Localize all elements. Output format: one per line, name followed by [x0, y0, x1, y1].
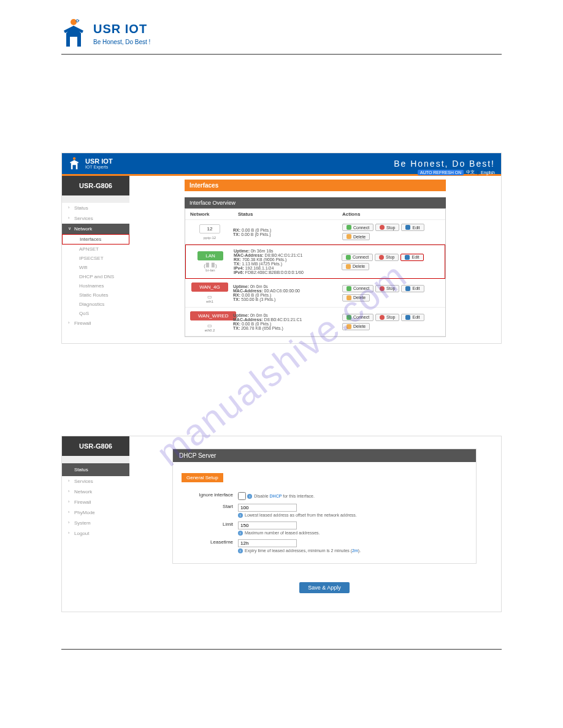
lang-zh-link[interactable]: 中文 — [466, 169, 475, 175]
sidebar-sub-ipsecset[interactable]: IPSECSET — [62, 254, 129, 263]
sidebar-sub-wifi[interactable]: Wifi — [62, 263, 129, 272]
dhcp-link[interactable]: DHCP — [270, 494, 282, 498]
overview-heading: Interface Overview — [185, 197, 446, 208]
stop-button[interactable]: Stop — [375, 285, 399, 292]
dhcp-title: DHCP Server — [173, 449, 476, 462]
stop-button[interactable]: Stop — [375, 224, 399, 231]
connect-button[interactable]: Connect — [342, 314, 373, 321]
app-tagline: Be Honest, Do Best! — [394, 159, 495, 169]
sidebar-item-status[interactable]: ›Status — [62, 203, 129, 213]
sidebar-sub-interfaces[interactable]: Interfaces — [62, 234, 129, 245]
header-controls: AUTO REFRESH ON 中文 | English — [418, 169, 495, 175]
interface-status: RX: 0.00 B (0 Pkts.)TX: 0.00 B (0 Pkts.) — [229, 228, 342, 237]
sidebar: USR-G806 ›Status ›Services ∨Network Inte… — [62, 176, 129, 343]
stop-button[interactable]: Stop — [375, 254, 399, 261]
sidebar-item-system[interactable]: ›System — [62, 518, 129, 528]
main-content: DHCP Server General Setup Ignore interfa… — [129, 436, 501, 612]
interface-status: Uptime: 0h 0m 0sMAC-Address: 00:A0:C6:00… — [229, 284, 342, 301]
stop-button[interactable]: Stop — [375, 314, 399, 321]
interface-row-wan_wired: WAN_WIRED▭eth0.2Uptime: 0h 0m 0sMAC-Addr… — [185, 308, 445, 336]
leasetime-input[interactable] — [238, 539, 297, 547]
edit-button[interactable]: Edit — [401, 224, 424, 231]
interface-row-lan: LAN(≣ ≣)br-lanUptime: 0h 36m 18sMAC-Addr… — [185, 245, 445, 279]
sidebar-item-status[interactable]: Status — [62, 463, 129, 476]
interface-status: Uptime: 0h 0m 0sMAC-Address: D8:B0:4C:D1… — [229, 313, 342, 330]
label-limit: Limit — [182, 521, 238, 527]
info-icon: i — [238, 531, 243, 536]
sidebar-item-network[interactable]: ∨Network — [62, 224, 129, 234]
sidebar-sub-hostnames[interactable]: Hostnames — [62, 281, 129, 290]
sidebar-sub-static-routes[interactable]: Static Routes — [62, 290, 129, 300]
ignore-checkbox[interactable] — [238, 492, 246, 500]
interface-status: Uptime: 0h 36m 18sMAC-Address: D8:B0:4C:… — [230, 249, 342, 275]
connect-button[interactable]: Connect — [342, 224, 373, 231]
logo-title: USR IOT — [93, 22, 147, 36]
sidebar-sub-qos[interactable]: QoS — [62, 309, 129, 318]
edit-button[interactable]: Edit — [401, 285, 424, 292]
page-title: Interfaces — [185, 180, 446, 191]
sidebar-item-logout[interactable]: ›Logout — [62, 528, 129, 539]
app-brand: USR IOT — [85, 158, 113, 165]
label-leasetime: Leasetime — [182, 539, 238, 545]
screenshot-interfaces: USR IOT IOT Experts Be Honest, Do Best! … — [61, 153, 502, 344]
doc-footer — [61, 649, 502, 650]
device-name: USR-G806 — [62, 176, 129, 195]
auto-refresh-button[interactable]: AUTO REFRESH ON — [418, 170, 464, 175]
info-icon: i — [238, 513, 243, 518]
col-status: Status — [238, 211, 342, 217]
main-content: Interfaces Interface Overview Network St… — [129, 176, 501, 343]
info-icon: i — [247, 494, 252, 499]
logo-icon: ® — [61, 18, 88, 49]
sidebar-item-firewall[interactable]: ›Firewall — [62, 318, 129, 328]
interface-badge: WAN_4G — [191, 282, 228, 292]
svg-point-0 — [71, 19, 77, 25]
label-start: Start — [182, 504, 238, 509]
connect-button[interactable]: Connect — [342, 285, 373, 292]
delete-button[interactable]: Delete — [342, 233, 370, 240]
limit-input[interactable] — [238, 521, 297, 529]
sidebar-sub-apnset[interactable]: APNSET — [62, 245, 129, 254]
svg-text:®: ® — [78, 19, 80, 22]
sidebar-item-firewall[interactable]: ›Firewall — [62, 497, 129, 507]
connect-button[interactable]: Connect — [342, 254, 373, 261]
start-input[interactable] — [238, 504, 297, 512]
svg-point-3 — [73, 157, 75, 159]
screenshot-dhcp: USR-G806 Status ›Services ›Network ›Fire… — [61, 436, 502, 612]
lang-en-link[interactable]: English — [481, 170, 495, 175]
device-name: USR-G806 — [62, 436, 129, 456]
sidebar-sub-dhcp-dns[interactable]: DHCP and DNS — [62, 272, 129, 281]
lease-2m-link[interactable]: 2m — [352, 548, 358, 553]
sidebar-item-services[interactable]: ›Services — [62, 213, 129, 224]
sidebar-item-phymode[interactable]: ›PhyMode — [62, 507, 129, 518]
interface-row-12: 12pptp-12RX: 0.00 B (0 Pkts.)TX: 0.00 B … — [185, 220, 445, 245]
sidebar-sub-diagnostics[interactable]: Diagnostics — [62, 300, 129, 309]
label-ignore: Ignore interface — [182, 492, 238, 498]
delete-button[interactable]: Delete — [342, 323, 370, 330]
tab-general-setup[interactable]: General Setup — [182, 473, 223, 482]
interface-row-wan_4g: WAN_4G▭eth1Uptime: 0h 0m 0sMAC-Address: … — [185, 279, 445, 308]
logo-slogan: Be Honest, Do Best ! — [93, 39, 150, 45]
app-brand-sub: IOT Experts — [85, 165, 113, 169]
edit-button[interactable]: Edit — [400, 254, 423, 261]
interface-table: Network Status Actions 12pptp-12RX: 0.00… — [185, 208, 446, 337]
sidebar-item-services[interactable]: ›Services — [62, 476, 129, 487]
edit-button[interactable]: Edit — [401, 314, 424, 321]
col-network: Network — [190, 211, 238, 217]
delete-button[interactable]: Delete — [342, 263, 369, 270]
info-icon: i — [238, 548, 243, 553]
sidebar: USR-G806 Status ›Services ›Network ›Fire… — [62, 436, 129, 612]
save-apply-button[interactable]: Save & Apply — [299, 582, 350, 593]
interface-badge: 12 — [199, 224, 221, 233]
col-actions: Actions — [342, 211, 440, 217]
interface-badge: LAN — [197, 251, 223, 260]
doc-header: ® USR IOT Be Honest, Do Best ! — [61, 18, 502, 55]
sidebar-item-network[interactable]: ›Network — [62, 487, 129, 497]
delete-button[interactable]: Delete — [342, 294, 370, 301]
